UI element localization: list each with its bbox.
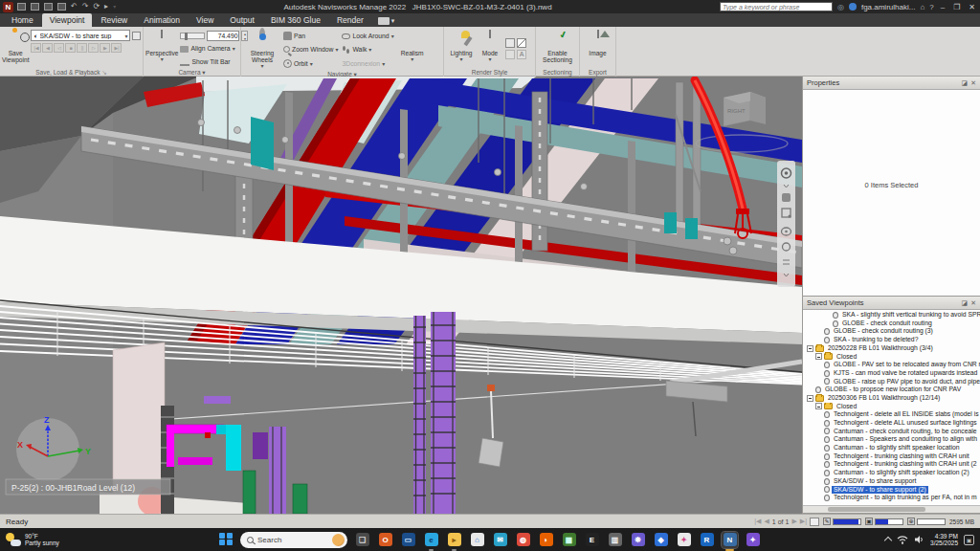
- taskbar-app-file-explorer[interactable]: ▸: [446, 532, 462, 548]
- group-label[interactable]: Render Style: [444, 68, 535, 77]
- minimize-button[interactable]: –: [939, 3, 947, 11]
- save-viewpoint-button[interactable]: Save Viewpoint: [2, 29, 29, 68]
- perspective-button[interactable]: Perspective ▾: [145, 29, 178, 68]
- properties-panel-titlebar[interactable]: Properties ◪ ✕: [803, 77, 980, 90]
- viewpoint-item[interactable]: GLOBE - check conduit routing (3): [803, 327, 980, 336]
- tab-animation[interactable]: Animation: [136, 13, 188, 27]
- expander-icon[interactable]: [807, 395, 813, 402]
- first-sheet-icon[interactable]: |◀: [754, 518, 761, 525]
- viewpoint-item[interactable]: GLOBE - to propsoe new location for CNR …: [803, 386, 980, 394]
- tab-home[interactable]: Home: [4, 13, 41, 27]
- taskbar-clock[interactable]: 4:39 PM 3/25/2025: [930, 533, 958, 547]
- taskbar-app-microsoft-365[interactable]: O: [377, 532, 393, 548]
- close-panel-icon[interactable]: ✕: [970, 299, 976, 307]
- print-icon[interactable]: [57, 3, 66, 11]
- taskbar-app-epic-games[interactable]: E: [584, 532, 600, 548]
- save-icon[interactable]: [44, 3, 53, 11]
- taskbar-app-edge-browser[interactable]: e: [423, 532, 439, 548]
- taskbar-app-arcade-app[interactable]: ▥: [607, 532, 623, 548]
- pan-tool-icon[interactable]: [782, 193, 791, 202]
- navisworks-app-icon[interactable]: N: [3, 2, 13, 12]
- fov-value-input[interactable]: 74.490: [207, 31, 239, 41]
- folder-item[interactable]: Closed: [803, 352, 980, 361]
- taskbar-app-firefox[interactable]: ◗: [538, 532, 554, 548]
- wireframe-icon[interactable]: [517, 38, 526, 48]
- export-image-button[interactable]: Image: [582, 29, 613, 68]
- realism-button[interactable]: Realism ▾: [396, 29, 429, 70]
- scrollbar-thumb[interactable]: [828, 507, 925, 512]
- pin-icon[interactable]: ◪: [962, 79, 969, 87]
- taskbar-app-minecraft[interactable]: ▦: [561, 532, 577, 548]
- close-button[interactable]: ✕: [967, 3, 977, 11]
- new-file-icon[interactable]: [17, 3, 26, 11]
- group-label[interactable]: Sectioning: [536, 68, 579, 77]
- 3dconnexion-button[interactable]: 3Dconnexion▾: [342, 57, 393, 69]
- viewpoint-item[interactable]: Technolgent - delete all EL INSIDE slabs…: [803, 410, 980, 419]
- viewport-navigation-bar[interactable]: [777, 161, 795, 287]
- tab-bim-360-glue[interactable]: BIM 360 Glue: [263, 13, 328, 27]
- binoculars-search-icon[interactable]: ◎: [837, 3, 844, 11]
- step-forward-button[interactable]: ▶: [100, 43, 110, 53]
- taskbar-app-chrome[interactable]: ◍: [515, 532, 531, 548]
- refresh-icon[interactable]: ⟳: [93, 2, 100, 11]
- viewpoint-item[interactable]: Technolgent - to align trunking as per F…: [803, 494, 980, 502]
- combo-dropdown-icon[interactable]: ▾: [124, 33, 127, 39]
- expander-icon[interactable]: [815, 403, 822, 409]
- close-panel-icon[interactable]: ✕: [970, 79, 976, 87]
- orbit-button[interactable]: Orbit▾: [283, 57, 338, 69]
- next-sheet-icon[interactable]: ▶: [791, 518, 796, 525]
- pause-button[interactable]: ||: [77, 43, 87, 53]
- start-button[interactable]: [219, 533, 234, 547]
- show-tilt-bar-button[interactable]: Show Tilt Bar: [180, 55, 248, 67]
- select-tool-icon[interactable]: ▸: [104, 2, 108, 11]
- taskbar-app-navisworks[interactable]: N: [722, 532, 738, 548]
- expander-icon[interactable]: [807, 345, 813, 352]
- tab-review[interactable]: Review: [93, 13, 135, 27]
- align-camera-button[interactable]: Align Camera▾: [180, 43, 248, 55]
- step-back-button[interactable]: ◀: [42, 43, 53, 53]
- tab-output[interactable]: Output: [222, 13, 262, 27]
- play-backward-button[interactable]: ◁: [54, 43, 64, 53]
- taskbar-app-microsoft-store[interactable]: ⌂: [469, 532, 485, 548]
- viewpoint-item[interactable]: SKA/SDW - to share support: [803, 477, 980, 486]
- taskbar-app-task-view[interactable]: ❑: [354, 532, 370, 548]
- stop-button[interactable]: ■: [65, 43, 76, 53]
- taskbar-app-security-shield[interactable]: ◆: [653, 532, 669, 548]
- viewpoint-item[interactable]: SKA - trunking to be deleted?: [803, 336, 980, 344]
- signed-in-user[interactable]: fga.amirulhaki...: [861, 3, 915, 11]
- enable-sectioning-button[interactable]: Enable Sectioning: [538, 29, 577, 68]
- text-display-icon[interactable]: A: [517, 50, 526, 59]
- pan-button[interactable]: Pan: [283, 30, 338, 41]
- tab-view[interactable]: View: [189, 13, 221, 27]
- weather-widget[interactable]: 90°F Partly sunny: [6, 533, 168, 546]
- tray-overflow-icon[interactable]: [884, 537, 892, 544]
- viewpoint-item[interactable]: KJTS - can mod valve be rotated upwards …: [803, 369, 980, 378]
- viewpoint-item[interactable]: Technolgent - trunking clashing with CRA…: [803, 452, 980, 461]
- viewpoint-item[interactable]: Technolgent - trunking clashing with CRA…: [803, 460, 980, 469]
- group-label[interactable]: Save, Load & Playback ↘: [0, 68, 143, 77]
- lighting-button[interactable]: Lighting ▾: [446, 29, 477, 68]
- viewpoint-item[interactable]: Technolgent - delete ALL unused surface …: [803, 419, 980, 428]
- viewpoint-item[interactable]: GLOBE - PAV set to be relocated away fro…: [803, 361, 980, 369]
- taskbar-app-discord[interactable]: ❋: [630, 532, 646, 548]
- viewpoint-item[interactable]: SKA - slightly shift vertical trunking t…: [803, 311, 980, 320]
- viewpoint-item[interactable]: SKA/SDW - to share support (2): [803, 485, 980, 494]
- go-to-end-button[interactable]: ▶|: [111, 43, 122, 53]
- qat-dropdown-icon[interactable]: ▾: [113, 2, 116, 11]
- tab-render[interactable]: Render: [329, 13, 371, 27]
- undo-icon[interactable]: ↶: [71, 2, 78, 11]
- app-store-icon[interactable]: ⌂: [920, 3, 924, 11]
- update-viewpoint-icon[interactable]: [132, 32, 141, 40]
- viewpoint-item[interactable]: Cantuman - check conduit routing, to be …: [803, 428, 980, 436]
- walk-button[interactable]: Walk▾: [342, 44, 393, 55]
- group-label[interactable]: Export: [580, 68, 615, 77]
- 3d-viewport[interactable]: RIGHT: [0, 77, 802, 514]
- mode-button[interactable]: Mode ▾: [477, 29, 503, 68]
- help-icon[interactable]: ?: [929, 3, 933, 11]
- go-to-start-button[interactable]: |◀: [31, 43, 41, 53]
- viewpoint-item[interactable]: Cantuman - to slightly shift speaker loc…: [803, 444, 980, 452]
- folder-item[interactable]: 20250228 FB L01 Walkthrough (3/4): [803, 344, 980, 353]
- volume-icon[interactable]: [914, 535, 924, 544]
- fov-control[interactable]: 74.490 ▴▾: [180, 30, 248, 41]
- taskbar-app-ai-assistant[interactable]: ✦: [745, 532, 761, 548]
